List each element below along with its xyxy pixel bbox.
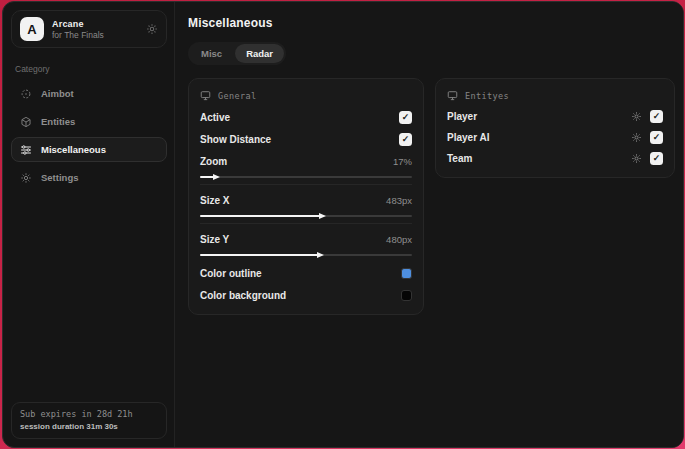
brand-subtitle: for The Finals — [52, 30, 104, 40]
sidebar-nav: Aimbot Entities — [11, 81, 167, 190]
monitor-icon — [447, 90, 458, 101]
general-panel-header: General — [200, 90, 412, 101]
slider-thumb[interactable] — [319, 213, 326, 219]
divider — [200, 184, 412, 185]
crosshair-icon — [20, 88, 32, 100]
entities-panel-title: Entityes — [465, 91, 509, 101]
brand-title: Arcane — [52, 19, 104, 29]
entity-label: Team — [447, 153, 472, 164]
sidebar-item-label: Settings — [41, 172, 78, 183]
entities-panel: Entityes Player P — [435, 78, 675, 178]
show-distance-checkbox[interactable] — [399, 133, 412, 146]
tab-radar[interactable]: Radar — [235, 44, 284, 63]
sidebar-item-label: Aimbot — [41, 88, 74, 99]
entity-row-player: Player — [447, 106, 663, 127]
setting-row-color-outline: Color outline — [200, 262, 412, 284]
setting-label: Size X — [200, 195, 229, 206]
entity-gear-icon[interactable] — [631, 153, 642, 164]
player-ai-checkbox[interactable] — [650, 131, 663, 144]
size-x-slider[interactable] — [200, 212, 412, 219]
setting-row-zoom: Zoom 17% — [200, 150, 412, 172]
team-checkbox[interactable] — [650, 152, 663, 165]
slider-thumb[interactable] — [213, 174, 220, 180]
zoom-value: 17% — [393, 156, 412, 167]
setting-label: Active — [200, 112, 230, 123]
session-duration-text: session duration 31m 30s — [20, 422, 158, 431]
sidebar-item-entities[interactable]: Entities — [11, 109, 167, 134]
general-panel: General Active Show Distance Zoom 17% — [188, 78, 424, 315]
color-background-swatch[interactable] — [401, 290, 412, 301]
tab-misc[interactable]: Misc — [190, 44, 233, 63]
entity-label: Player AI — [447, 132, 489, 143]
avatar: A — [20, 17, 44, 41]
setting-row-color-background: Color background — [200, 284, 412, 306]
player-checkbox[interactable] — [650, 110, 663, 123]
setting-label: Zoom — [200, 156, 227, 167]
category-label: Category — [15, 64, 163, 74]
sidebar: A Arcane for The Finals Category — [3, 2, 175, 447]
subscription-card: Sub expires in 28d 21h session duration … — [11, 402, 167, 439]
size-y-value: 480px — [386, 234, 412, 245]
sub-expiry-text: Sub expires in 28d 21h — [20, 409, 158, 419]
setting-row-active: Active — [200, 106, 412, 128]
setting-label: Color background — [200, 290, 286, 301]
size-y-slider[interactable] — [200, 251, 412, 258]
setting-label: Show Distance — [200, 134, 271, 145]
sliders-icon — [20, 144, 32, 156]
tab-bar: Misc Radar — [188, 42, 286, 65]
panels-row: General Active Show Distance Zoom 17% — [188, 78, 675, 315]
zoom-slider[interactable] — [200, 173, 412, 180]
setting-label: Size Y — [200, 234, 229, 245]
entity-gear-icon[interactable] — [631, 132, 642, 143]
sidebar-item-label: Entities — [41, 116, 75, 127]
size-x-value: 483px — [386, 195, 412, 206]
main-content: Miscellaneous Misc Radar General — [175, 2, 684, 447]
entity-row-player-ai: Player AI — [447, 127, 663, 148]
entity-row-team: Team — [447, 148, 663, 169]
gear-icon[interactable] — [146, 23, 158, 35]
setting-label: Color outline — [200, 268, 262, 279]
divider — [200, 223, 412, 224]
general-panel-title: General — [218, 91, 257, 101]
sidebar-item-label: Miscellaneous — [41, 144, 106, 155]
sidebar-item-settings[interactable]: Settings — [11, 165, 167, 190]
color-outline-swatch[interactable] — [401, 268, 412, 279]
slider-thumb[interactable] — [317, 252, 324, 258]
gear-icon — [20, 172, 32, 184]
brand-card: A Arcane for The Finals — [11, 10, 167, 48]
entities-panel-header: Entityes — [447, 90, 663, 101]
setting-row-show-distance: Show Distance — [200, 128, 412, 150]
page-title: Miscellaneous — [188, 16, 675, 30]
cube-icon — [20, 116, 32, 128]
entity-label: Player — [447, 111, 477, 122]
active-checkbox[interactable] — [399, 111, 412, 124]
setting-row-size-y: Size Y 480px — [200, 228, 412, 250]
brand-text: Arcane for The Finals — [52, 19, 104, 40]
monitor-icon — [200, 90, 211, 101]
sidebar-item-miscellaneous[interactable]: Miscellaneous — [11, 137, 167, 162]
sidebar-item-aimbot[interactable]: Aimbot — [11, 81, 167, 106]
setting-row-size-x: Size X 483px — [200, 189, 412, 211]
app-window: A Arcane for The Finals Category — [2, 1, 684, 448]
entity-gear-icon[interactable] — [631, 111, 642, 122]
